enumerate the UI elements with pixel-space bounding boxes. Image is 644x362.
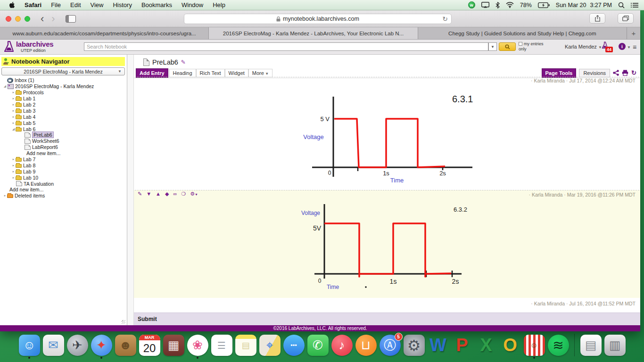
revisions-button[interactable]: Revisions bbox=[579, 69, 610, 77]
page-tools-button[interactable]: Page Tools bbox=[542, 68, 577, 78]
rich-text-button[interactable]: Rich Text bbox=[196, 69, 225, 77]
hamburger-menu-icon[interactable]: ≡ bbox=[633, 43, 636, 51]
back-button[interactable]: ‹ bbox=[41, 14, 44, 24]
tree-item-lab-8[interactable]: ▸Lab 8 bbox=[0, 162, 126, 168]
tree-item-lab-2[interactable]: ▸Lab 2 bbox=[0, 102, 126, 108]
checkbox[interactable] bbox=[519, 42, 522, 46]
tree-caret[interactable]: ◢ bbox=[11, 127, 16, 131]
share-button[interactable] bbox=[589, 13, 605, 24]
menu-view[interactable]: View bbox=[86, 1, 108, 8]
edit-title-pencil-icon[interactable]: ✎ bbox=[181, 59, 186, 66]
tree-item-prelab6[interactable]: PreLab6 bbox=[0, 132, 126, 138]
dock-photos-icon[interactable]: ❀ bbox=[187, 335, 208, 359]
menu-safari[interactable]: Safari bbox=[20, 1, 46, 8]
dock-calendar-icon[interactable]: MAR20 bbox=[139, 335, 160, 359]
tree-item-lab-3[interactable]: ▸Lab 3 bbox=[0, 107, 126, 114]
dock-outlook-icon[interactable]: O bbox=[499, 335, 521, 359]
add-entry-button[interactable]: Add Entry bbox=[136, 68, 168, 78]
tree-caret[interactable]: ▸ bbox=[11, 176, 16, 180]
address-bar[interactable]: mynotebook.labarchives.com ↻ bbox=[184, 14, 452, 24]
dock-ibooks-icon[interactable]: ⊔ bbox=[355, 335, 377, 359]
dock-popcorn-time-icon[interactable]: ☺ bbox=[523, 335, 545, 359]
tree-item-add-new-item[interactable]: Add new item... bbox=[0, 187, 126, 193]
browser-tab-2[interactable]: 2016SP ElectroMag - Karla Mendez - LabAr… bbox=[209, 27, 418, 39]
menu-bookmarks[interactable]: Bookmarks bbox=[137, 1, 177, 8]
dock-powerpoint-icon[interactable]: P bbox=[451, 335, 473, 359]
more-button[interactable]: More ▼ bbox=[248, 69, 272, 77]
tree-caret[interactable]: ▸ bbox=[11, 157, 16, 161]
apple-menu-icon[interactable] bbox=[7, 1, 17, 8]
tree-caret[interactable]: ▸ bbox=[3, 194, 7, 197]
tree-item-lab-1[interactable]: ▸Lab 1 bbox=[0, 96, 126, 102]
bluetooth-icon[interactable] bbox=[495, 2, 500, 8]
tree-item-deleted-items[interactable]: ▸Deleted items bbox=[0, 193, 126, 199]
info-button[interactable]: i bbox=[619, 43, 626, 50]
tree-item-inbox-1[interactable]: Inbox (1) bbox=[0, 77, 126, 83]
tree-caret[interactable]: ▸ bbox=[11, 90, 16, 94]
tree-item-lab-10[interactable]: ▸Lab 10 bbox=[0, 174, 126, 181]
dock-launchpad-icon[interactable]: ✈ bbox=[66, 335, 88, 359]
tree-caret[interactable]: ▸ bbox=[11, 103, 16, 107]
share-page-icon[interactable] bbox=[613, 70, 619, 76]
tree-caret[interactable]: ◢ bbox=[3, 84, 7, 88]
widget-button[interactable]: Widget bbox=[225, 69, 248, 77]
refresh-icon[interactable]: ↻ bbox=[631, 69, 636, 76]
tree-caret[interactable]: ▸ bbox=[11, 115, 16, 119]
tree-item-protocols[interactable]: ▸Protocols bbox=[0, 90, 126, 96]
browser-tab-1[interactable]: www.auburn.edu/academic/cosam/department… bbox=[0, 27, 209, 39]
dock-trash-icon[interactable]: ▥ bbox=[604, 335, 626, 359]
browser-tab-3[interactable]: Chegg Study | Guided Solutions and Study… bbox=[418, 27, 627, 39]
menu-file[interactable]: File bbox=[46, 1, 66, 8]
wifi-icon[interactable] bbox=[506, 2, 514, 8]
my-entries-only-checkbox[interactable]: my entries only bbox=[519, 41, 545, 52]
dock-reminders-icon[interactable]: ☰ bbox=[211, 335, 232, 359]
sidebar-scroll-gutter[interactable] bbox=[127, 55, 134, 325]
entry-tag-icon[interactable]: ◆ bbox=[165, 191, 169, 197]
tree-item-lab-7[interactable]: ▸Lab 7 bbox=[0, 156, 126, 163]
entry-move-up-icon[interactable]: ▲ bbox=[156, 191, 161, 197]
tree-item-lab-5[interactable]: ▸Lab 5 bbox=[0, 120, 126, 126]
submit-section[interactable]: Submit bbox=[134, 313, 640, 325]
dock-mail-icon[interactable]: ✉ bbox=[42, 335, 64, 359]
tree-item-lab-4[interactable]: ▸Lab 4 bbox=[0, 114, 126, 120]
menu-edit[interactable]: Edit bbox=[66, 1, 85, 8]
tree-caret[interactable]: ▸ bbox=[11, 109, 16, 113]
tree-item-2016sp-electromag-karla-mendez[interactable]: ◢2016SP ElectroMag - Karla Mendez bbox=[0, 83, 126, 90]
spotlight-search-icon[interactable] bbox=[618, 2, 625, 8]
entry-move-down-icon[interactable]: ▼ bbox=[146, 191, 151, 197]
new-tab-button[interactable]: + bbox=[627, 27, 640, 39]
menu-window[interactable]: Window bbox=[177, 1, 208, 8]
dock-excel-icon[interactable]: X bbox=[475, 335, 497, 359]
tree-caret[interactable]: ▸ bbox=[11, 170, 16, 173]
tree-caret[interactable]: ▸ bbox=[11, 97, 16, 100]
tree-item-worksheet6[interactable]: WorkSheet6 bbox=[0, 138, 126, 144]
dock-notes-icon[interactable]: ▤ bbox=[235, 335, 256, 359]
window-close-button[interactable] bbox=[6, 16, 11, 22]
display-airplay-icon[interactable] bbox=[481, 2, 489, 8]
dock-app-store-icon[interactable]: Ⓐ5 bbox=[379, 335, 401, 359]
forward-button[interactable]: › bbox=[51, 14, 55, 24]
dock-finder-icon[interactable]: ☺ bbox=[18, 335, 40, 359]
dock-maps-icon[interactable]: ⌖ bbox=[259, 335, 281, 359]
search-notebook-input[interactable] bbox=[84, 42, 488, 51]
dock-documents-stack-icon[interactable]: ▤ bbox=[580, 335, 602, 359]
entry-edit-icon[interactable]: ✎ bbox=[138, 191, 142, 197]
dock-word-icon[interactable]: W bbox=[427, 335, 449, 359]
notebook-select[interactable]: 2016SP ElectroMag - Karla Mendez ▼ bbox=[1, 67, 125, 75]
tree-item-ta-evaluation[interactable]: TA Evaluation bbox=[0, 181, 126, 187]
dock-photo-booth-icon[interactable]: ▦ bbox=[163, 335, 184, 359]
menu-history[interactable]: History bbox=[108, 1, 136, 8]
reload-icon[interactable]: ↻ bbox=[442, 15, 448, 23]
heading-button[interactable]: Heading bbox=[169, 69, 196, 77]
notification-center-icon[interactable] bbox=[631, 2, 638, 8]
sidebar-resize-grip[interactable] bbox=[122, 320, 125, 324]
search-go-button[interactable] bbox=[499, 42, 516, 51]
sidebar-toggle-button[interactable] bbox=[66, 15, 76, 23]
labarchives-logo[interactable]: labarchives UTEP edition bbox=[4, 41, 53, 53]
print-icon[interactable] bbox=[622, 70, 628, 76]
dock-messages-icon[interactable]: ••• bbox=[283, 335, 305, 359]
entry-comment-icon[interactable]: ❍ bbox=[181, 191, 186, 197]
search-scope-dropdown[interactable]: ▼ bbox=[488, 42, 497, 51]
entry-link-icon[interactable]: ∞ bbox=[173, 191, 177, 197]
entry-settings-icon[interactable]: ⚙▼ bbox=[190, 191, 198, 197]
